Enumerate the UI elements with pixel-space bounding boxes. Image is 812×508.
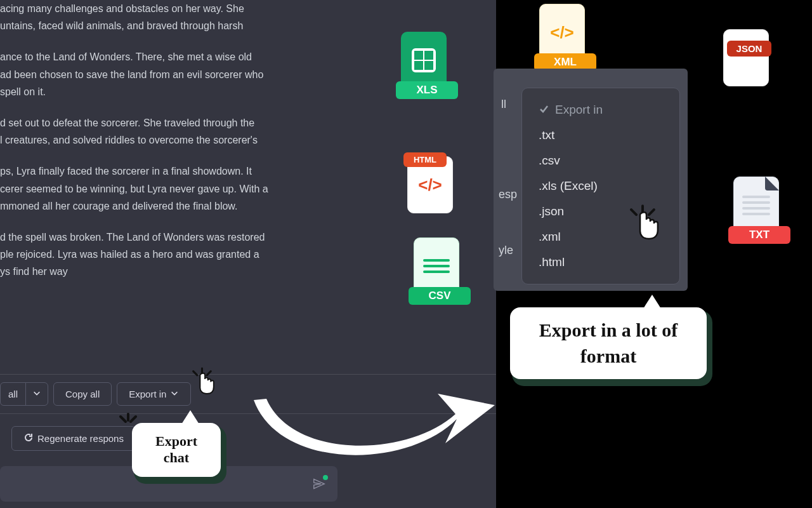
refresh-icon [23, 432, 34, 444]
all-button-label: all [8, 389, 18, 399]
all-dropdown-button[interactable] [25, 382, 48, 406]
xls-label: XLS [396, 81, 458, 99]
export-option-json[interactable]: .json [522, 199, 679, 224]
callout-export-formats: Export in a lot of format [510, 307, 707, 379]
export-dropdown[interactable]: Export in .txt .csv .xls (Excel) .json .… [521, 88, 680, 284]
xls-file-icon: XLS [401, 32, 453, 95]
export-in-button[interactable]: Export in [117, 382, 191, 406]
csv-label: CSV [409, 287, 471, 305]
regenerate-response-button[interactable]: Regenerate respons [11, 426, 136, 451]
export-in-label: Export in [129, 389, 166, 399]
regenerate-label: Regenerate respons [37, 433, 124, 444]
html-file-icon: </> HTML [407, 156, 459, 220]
export-option-html[interactable]: .html [522, 250, 679, 275]
export-option-xml[interactable]: .xml [522, 224, 679, 250]
html-label: HTML [403, 152, 447, 167]
txt-file-icon: TXT [733, 177, 785, 240]
peek-text: esp [499, 188, 517, 201]
export-dropdown-header: Export in [522, 97, 679, 123]
check-icon [539, 103, 549, 117]
xml-file-icon: </> XML [539, 4, 591, 67]
arrow-icon [241, 375, 495, 483]
copy-all-label: Copy all [65, 389, 100, 399]
callout-export-chat: Export chat [132, 423, 221, 477]
export-option-xls[interactable]: .xls (Excel) [522, 173, 679, 199]
export-header-label: Export in [555, 103, 603, 117]
chevron-down-icon [170, 389, 179, 399]
export-option-csv[interactable]: .csv [522, 148, 679, 173]
chevron-down-icon [32, 389, 41, 399]
export-option-txt[interactable]: .txt [522, 123, 679, 148]
callout-export-chat-text: Export chat [155, 433, 197, 465]
peek-text: ll [501, 98, 506, 111]
json-file-icon: JSON [723, 29, 775, 93]
txt-label: TXT [728, 226, 790, 244]
json-label: JSON [727, 41, 771, 57]
peek-text: yle [499, 244, 513, 257]
callout-export-formats-text: Export in a lot of format [539, 319, 678, 366]
copy-all-button[interactable]: Copy all [53, 382, 112, 406]
all-button[interactable]: all [0, 382, 26, 406]
csv-file-icon: CSV [414, 237, 466, 301]
